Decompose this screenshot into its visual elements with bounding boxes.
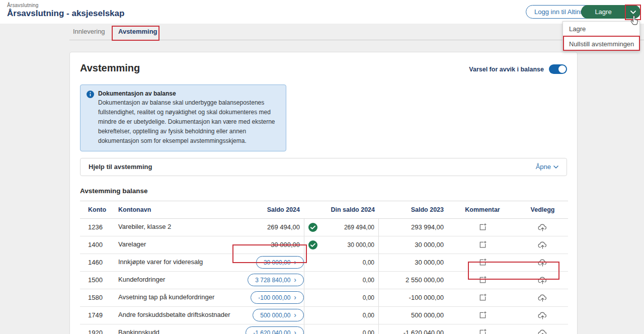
menu-item-lagre[interactable]: Lagre (563, 22, 639, 36)
comment-add-icon[interactable] (476, 274, 489, 286)
cell-saldo-2024: 500 000,00› (236, 309, 304, 321)
help-accordion-label: Hjelp til avstemming (89, 163, 152, 171)
tab-strip: Innlevering Avstemming (0, 24, 644, 40)
din-saldo-value: 0,00 (363, 277, 378, 284)
tab-avstemming[interactable]: Avstemming (113, 24, 163, 40)
cell-saldo-2023: 2 550 000,00 (379, 276, 448, 284)
saldo-detail-pill-button[interactable]: 3 728 840,00› (248, 274, 304, 286)
cell-saldo-2024: -100 000,00› (236, 291, 304, 304)
cloud-upload-icon[interactable] (536, 221, 549, 233)
comment-add-icon[interactable] (476, 256, 489, 269)
balance-warning-toggle[interactable] (549, 64, 567, 74)
save-menu-toggle[interactable] (625, 5, 640, 19)
cloud-upload-icon[interactable] (536, 274, 549, 286)
din-saldo-value: 0,00 (363, 294, 378, 301)
saldo-detail-pill-button[interactable]: 500 000,00› (253, 309, 304, 321)
col-kontonavn: Kontonavn (118, 206, 236, 213)
cell-kontonavn: Avsetning tap på kundefordringer (118, 293, 236, 302)
info-icon (87, 91, 94, 146)
check-circle-icon (308, 223, 317, 232)
din-saldo-value: 0,00 (363, 312, 378, 319)
info-box: Dokumentasjon av balanse Dokumentasjon a… (80, 85, 286, 151)
col-kommentar: Kommentar (448, 206, 517, 213)
cell-konto: 1236 (80, 223, 118, 231)
table-header-row: Konto Kontonavn Saldo 2024 Din saldo 202… (80, 201, 568, 219)
cell-saldo-2023: 293 994,00 (379, 223, 448, 231)
table-row: 1580 Avsetning tap på kundefordringer -1… (80, 289, 568, 307)
cell-saldo-2023: 30 000,00 (379, 259, 448, 266)
tab-innlevering[interactable]: Innlevering (68, 24, 110, 40)
din-saldo-value: 0,00 (363, 259, 378, 266)
cell-kontonavn: Varebiler, klasse 2 (118, 223, 236, 231)
app-eyebrow: Årsavslutning (7, 3, 124, 8)
cell-konto: 1460 (80, 259, 118, 266)
table-row: 1920 Bankinnskudd -1 620 040,00› 0,00 -1… (80, 324, 568, 334)
chevron-right-icon: › (294, 311, 296, 318)
title-block: Årsavslutning Årsavslutning - aksjeselsk… (7, 3, 124, 19)
cell-konto: 1580 (80, 294, 118, 301)
help-accordion-open[interactable]: Åpne (536, 163, 558, 171)
cell-din-saldo-2024: 0,00 (304, 254, 379, 271)
cell-saldo-2024: 30 000,00› (236, 256, 304, 269)
chevron-right-icon: › (294, 276, 296, 283)
save-split-button: Lagre (581, 5, 640, 19)
cell-konto: 1749 (80, 311, 118, 319)
saldo-detail-pill-button[interactable]: 30 000,00› (256, 256, 304, 269)
chevron-right-icon: › (294, 259, 296, 266)
chevron-down-icon (630, 8, 636, 16)
cell-konto: 1500 (80, 276, 118, 284)
table-row: 1749 Andre forskuddsbetalte driftskostna… (80, 307, 568, 324)
page-title: Årsavslutning - aksjeselskap (7, 9, 124, 19)
saldo-detail-pill-button[interactable]: -1 620 040,00› (246, 326, 304, 334)
table-body: 1236 Varebiler, klasse 2 269 494,00 269 … (80, 219, 568, 334)
info-box-body: Dokumentasjon av balanse skal underbygge… (98, 98, 280, 146)
chevron-right-icon: › (294, 329, 296, 334)
col-saldo-2024: Saldo 2024 (236, 206, 304, 213)
cell-kontonavn: Bankinnskudd (118, 328, 236, 334)
din-saldo-value: 0,00 (363, 329, 378, 334)
cell-saldo-2024: 30 000,00 (236, 241, 304, 248)
table-row: 1236 Varebiler, klasse 2 269 494,00 269 … (80, 219, 568, 236)
cell-saldo-2023: -100 000,00 (379, 294, 448, 301)
avstemming-card: Avstemming Varsel for avvik i balanse Do… (69, 52, 578, 334)
save-dropdown-menu: Lagre Nullstill avstemmingen (562, 21, 640, 51)
din-saldo-value: 30 000,00 (348, 241, 378, 248)
table-row: 1400 Varelager 30 000,00 30 000,00 30 00… (80, 236, 568, 254)
top-bar: Årsavslutning Årsavslutning - aksjeselsk… (0, 0, 644, 24)
col-saldo-2023: Saldo 2023 (379, 206, 448, 213)
cell-kontonavn: Kundefordringer (118, 276, 236, 284)
cell-kontonavn: Varelager (118, 240, 236, 249)
col-din-saldo-2024: Din saldo 2024 (304, 206, 379, 213)
cloud-upload-icon[interactable] (536, 327, 549, 334)
chevron-right-icon: › (294, 294, 296, 301)
save-button[interactable]: Lagre (581, 5, 625, 19)
cloud-upload-icon[interactable] (536, 309, 549, 321)
cloud-upload-icon[interactable] (536, 292, 549, 304)
cell-saldo-2023: -1 620 040,00 (379, 329, 448, 334)
check-circle-icon (308, 240, 317, 249)
cell-kontonavn: Innkjøpte varer for videresalg (118, 258, 236, 267)
balance-warning-toggle-label: Varsel for avvik i balanse (469, 66, 544, 73)
cell-konto: 1400 (80, 241, 118, 248)
section-heading: Avstemming (80, 62, 140, 74)
tab-strip-divider (69, 40, 644, 40)
cell-din-saldo-2024: 0,00 (304, 289, 379, 306)
help-accordion[interactable]: Hjelp til avstemming Åpne (80, 158, 567, 176)
cloud-upload-icon[interactable] (536, 239, 549, 251)
cell-saldo-2023: 500 000,00 (379, 311, 448, 319)
menu-item-nullstill-avstemmingen[interactable]: Nullstill avstemmingen (563, 36, 639, 51)
cloud-upload-icon[interactable] (536, 257, 549, 269)
table-row: 1500 Kundefordringer 3 728 840,00› 0,00 … (80, 272, 568, 289)
cell-saldo-2023: 30 000,00 (379, 241, 448, 248)
comment-add-icon[interactable] (476, 326, 489, 334)
din-saldo-value: 269 494,00 (344, 224, 378, 231)
comment-add-icon[interactable] (476, 309, 489, 321)
saldo-detail-pill-button[interactable]: -100 000,00› (251, 291, 304, 304)
comment-add-icon[interactable] (476, 221, 489, 233)
comment-add-icon[interactable] (476, 291, 489, 304)
col-konto: Konto (80, 206, 118, 213)
cell-din-saldo-2024: 30 000,00 (304, 236, 379, 254)
comment-add-icon[interactable] (476, 238, 489, 251)
chevron-down-icon (553, 165, 558, 169)
col-vedlegg: Vedlegg (517, 206, 568, 213)
